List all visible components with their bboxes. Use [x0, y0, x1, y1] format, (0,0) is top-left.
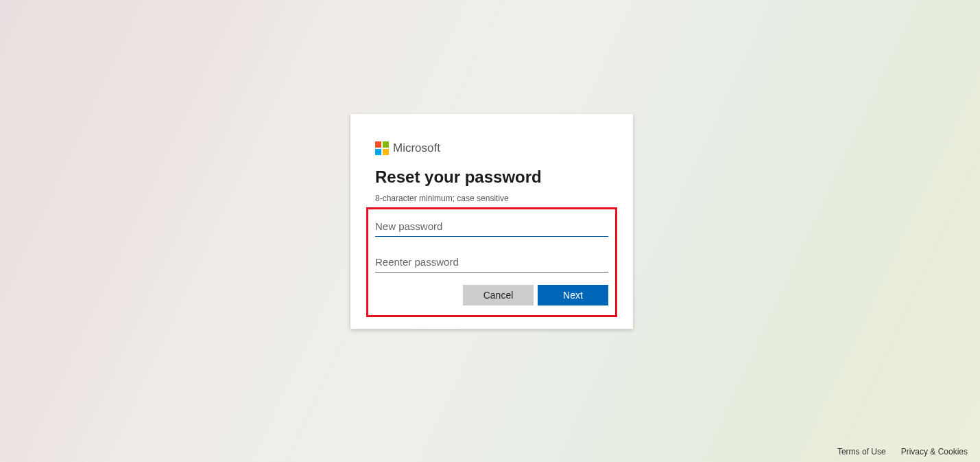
footer-links: Terms of Use Privacy & Cookies [837, 447, 968, 457]
cancel-button[interactable]: Cancel [463, 285, 534, 305]
reset-password-card: Microsoft Reset your password 8-characte… [350, 114, 633, 329]
privacy-link[interactable]: Privacy & Cookies [901, 447, 968, 457]
next-button[interactable]: Next [538, 285, 608, 305]
password-hint: 8-character minimum; case sensitive [375, 194, 608, 203]
new-password-input[interactable] [375, 216, 608, 237]
reenter-password-input[interactable] [375, 252, 608, 273]
brand-name: Microsoft [393, 141, 440, 155]
page-title: Reset your password [375, 168, 608, 187]
button-row: Cancel Next [375, 285, 608, 305]
microsoft-logo-icon [375, 141, 389, 155]
terms-link[interactable]: Terms of Use [837, 447, 886, 457]
highlighted-form-area: Cancel Next [366, 207, 617, 317]
brand-header: Microsoft [375, 141, 608, 155]
